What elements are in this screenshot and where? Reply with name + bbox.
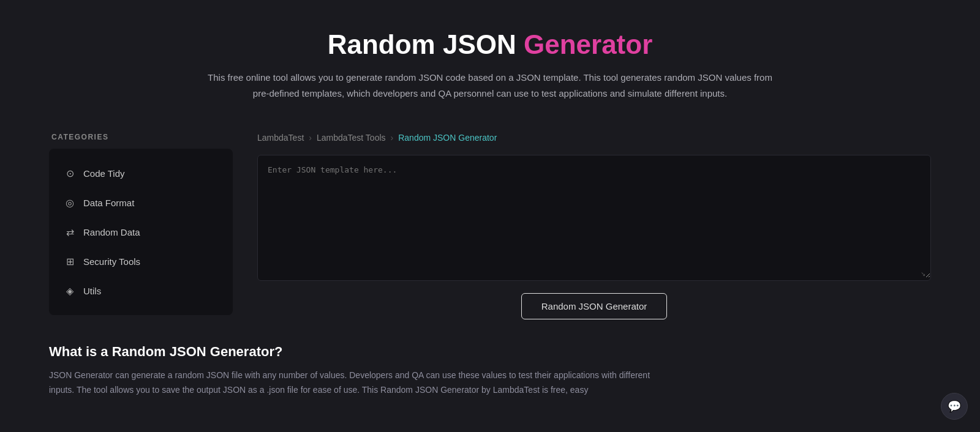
breadcrumb-sep2: › (391, 133, 394, 143)
page-title: Random JSON Generator (123, 29, 858, 60)
sidebar-item-security-tools[interactable]: ⊞ Security Tools (54, 247, 228, 276)
sidebar-card: ⊙ Code Tidy ◎ Data Format ⇄ Random Data … (49, 149, 233, 315)
sidebar-item-label: Security Tools (83, 256, 140, 267)
breadcrumb-item-lambdatest-tools[interactable]: LambdaTest Tools (317, 133, 386, 143)
code-tidy-icon: ⊙ (64, 167, 76, 179)
random-data-icon: ⇄ (64, 226, 76, 238)
resize-handle[interactable]: ↘ (921, 270, 928, 278)
sidebar-item-label: Code Tidy (83, 168, 125, 179)
main-layout: CATEGORIES ⊙ Code Tidy ◎ Data Format ⇄ R… (0, 133, 980, 319)
chat-button[interactable]: 💬 (941, 393, 968, 420)
content-area: LambdaTest › LambdaTest Tools › Random J… (257, 133, 931, 319)
editor-area: ↘ (257, 155, 931, 281)
data-format-icon: ◎ (64, 196, 76, 209)
sidebar-item-random-data[interactable]: ⇄ Random Data (54, 217, 228, 247)
title-accent: Generator (524, 29, 652, 59)
sidebar-item-data-format[interactable]: ◎ Data Format (54, 188, 228, 217)
breadcrumb: LambdaTest › LambdaTest Tools › Random J… (257, 133, 931, 143)
chat-icon: 💬 (948, 400, 961, 413)
sidebar-item-utils[interactable]: ◈ Utils (54, 276, 228, 305)
sidebar: CATEGORIES ⊙ Code Tidy ◎ Data Format ⇄ R… (49, 133, 233, 319)
sidebar-item-code-tidy[interactable]: ⊙ Code Tidy (54, 158, 228, 188)
generate-button[interactable]: Random JSON Generator (521, 293, 668, 319)
generate-btn-row: Random JSON Generator (257, 293, 931, 319)
categories-label: CATEGORIES (49, 133, 233, 141)
header: Random JSON Generator This free online t… (0, 0, 980, 121)
what-title: What is a Random JSON Generator? (49, 344, 931, 360)
utils-icon: ◈ (64, 285, 76, 297)
breadcrumb-sep1: › (309, 133, 312, 143)
breadcrumb-item-current: Random JSON Generator (398, 133, 497, 143)
what-section: What is a Random JSON Generator? JSON Ge… (0, 319, 980, 398)
sidebar-item-label: Random Data (83, 227, 140, 237)
sidebar-item-label: Data Format (83, 198, 134, 208)
title-part1: Random JSON (328, 29, 524, 59)
header-description: This free online tool allows you to gene… (199, 70, 781, 101)
what-description: JSON Generator can generate a random JSO… (49, 368, 662, 398)
security-tools-icon: ⊞ (64, 255, 76, 267)
sidebar-item-label: Utils (83, 286, 101, 296)
breadcrumb-item-lambdatest[interactable]: LambdaTest (257, 133, 304, 143)
json-template-input[interactable] (258, 155, 930, 278)
